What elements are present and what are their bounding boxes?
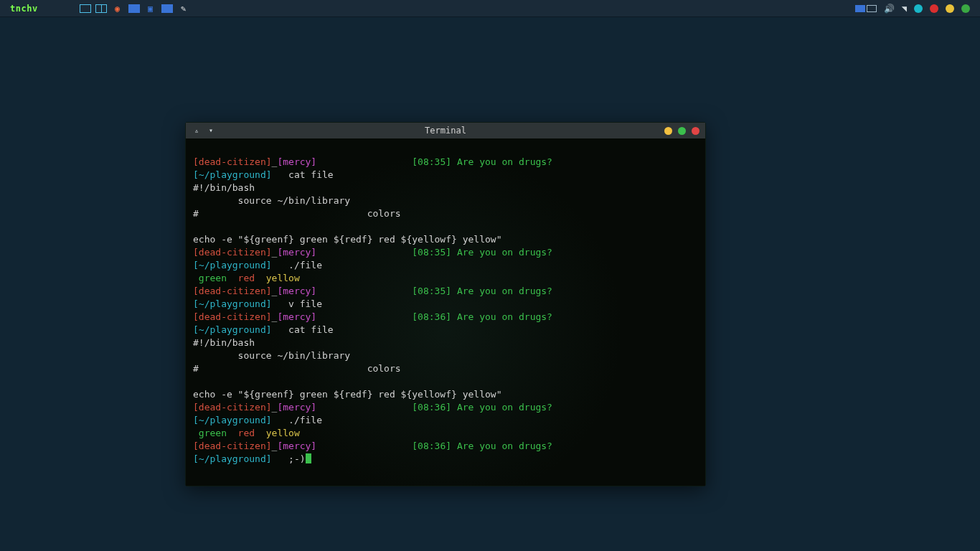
display-icon[interactable]: ▣ [144,3,157,14]
folder-icon[interactable] [161,4,173,13]
cmd-line: [~/playground] ./file [193,415,322,425]
wifi-icon[interactable]: ◥ [902,4,907,14]
close-button[interactable] [692,127,699,135]
volume-icon[interactable]: 🔊 [884,4,895,14]
prompt-line: [dead-citizen]_[mercy] [08:36] Are you o… [193,402,552,413]
tray-dot-3[interactable] [946,4,954,13]
window-titlebar[interactable]: ▵ ▾ Terminal [186,123,705,138]
file-output: # colors [193,363,401,374]
firefox-icon[interactable]: ◉ [111,3,124,14]
titlebar-menu-up-icon[interactable]: ▵ [192,126,202,136]
file-output: #!/bin/bash [193,337,255,348]
tray-dot-2[interactable] [930,4,938,13]
system-tray: 🔊 ◥ [855,4,974,14]
workspace-icon-1[interactable] [80,4,91,13]
tray-dot-4[interactable] [961,4,970,13]
file-output: echo -e "${greenf} green ${redf} red ${y… [193,234,501,245]
applications-menu[interactable]: tnchv [6,4,42,14]
file-output: echo -e "${greenf} green ${redf} red ${y… [193,389,501,400]
maximize-button[interactable] [678,127,686,135]
terminal-window: ▵ ▾ Terminal [dead-citizen]_[mercy] [08:… [185,122,706,486]
file-output: #!/bin/bash [193,182,255,193]
top-panel: tnchv ◉ ▣ ✎ 🔊 ◥ [0,0,980,17]
current-prompt[interactable]: [~/playground] ;-) [193,453,311,464]
titlebar-menu-down-icon[interactable]: ▾ [206,126,216,136]
cmd-line: [~/playground] v file [193,298,322,309]
cmd-output: green red yellow [193,273,300,283]
text-editor-icon[interactable]: ✎ [177,3,190,14]
file-output: # colors [193,208,401,219]
workspace-switcher[interactable] [855,5,877,12]
file-output: source ~/bin/library [193,195,350,206]
window-controls [664,127,699,135]
cmd-output: green red yellow [193,428,300,438]
minimize-button[interactable] [664,127,672,135]
workspace-2[interactable] [867,5,877,12]
workspace-1[interactable] [855,5,865,12]
prompt-line: [dead-citizen]_[mercy] [08:35] Are you o… [193,156,552,167]
window-title: Terminal [186,126,705,136]
cmd-line: [~/playground] cat file [193,324,334,335]
prompt-line: [dead-citizen]_[mercy] [08:35] Are you o… [193,247,552,258]
tray-dot-1[interactable] [914,4,923,13]
prompt-line: [dead-citizen]_[mercy] [08:36] Are you o… [193,441,552,451]
file-output: source ~/bin/library [193,350,350,361]
terminal-body[interactable]: [dead-citizen]_[mercy] [08:35] Are you o… [186,138,705,486]
cmd-line: [~/playground] ./file [193,260,322,270]
prompt-line: [dead-citizen]_[mercy] [08:35] Are you o… [193,286,552,296]
workspace-icon-2[interactable] [95,4,107,13]
files-icon[interactable] [128,4,140,13]
cmd-line: [~/playground] cat file [193,169,334,180]
cursor-block [306,453,311,463]
prompt-line: [dead-citizen]_[mercy] [08:36] Are you o… [193,311,552,322]
